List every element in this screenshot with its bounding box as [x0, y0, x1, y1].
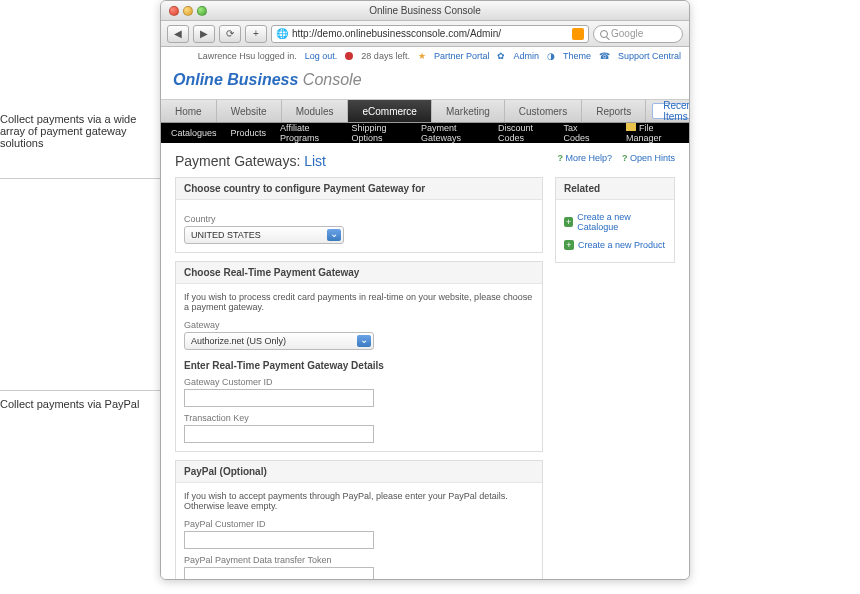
- related-create-product[interactable]: + Create a new Product: [564, 236, 666, 254]
- user-logged-in: Lawrence Hsu logged in.: [198, 51, 297, 61]
- gateway-label: Gateway: [184, 320, 534, 330]
- panel-country: Choose country to configure Payment Gate…: [175, 177, 543, 253]
- customer-id-input[interactable]: [184, 389, 374, 407]
- logout-link[interactable]: Log out.: [305, 51, 338, 61]
- plus-icon: +: [564, 217, 573, 227]
- search-icon: [600, 30, 608, 38]
- partner-portal-link[interactable]: Partner Portal: [434, 51, 490, 61]
- panel-header: Related: [556, 178, 674, 200]
- transaction-key-label: Transaction Key: [184, 413, 534, 423]
- more-help-link[interactable]: ? More Help?: [557, 153, 612, 163]
- search-placeholder: Google: [611, 28, 643, 39]
- transaction-key-input[interactable]: [184, 425, 374, 443]
- window-title: Online Business Console: [161, 5, 689, 16]
- tab-modules[interactable]: Modules: [282, 100, 349, 122]
- panel-gateway: Choose Real-Time Payment Gateway If you …: [175, 261, 543, 452]
- url-bar[interactable]: 🌐 http://demo.onlinebusinessconsole.com/…: [271, 25, 589, 43]
- annotation-paypal: Collect payments via PayPal: [0, 398, 155, 410]
- annotation-line: [0, 178, 185, 179]
- back-button[interactable]: ◀: [167, 25, 189, 43]
- theme-link[interactable]: Theme: [563, 51, 591, 61]
- details-header: Enter Real-Time Payment Gateway Details: [184, 360, 534, 371]
- recent-items-button[interactable]: Recent Items: [652, 103, 689, 119]
- tab-home[interactable]: Home: [161, 100, 217, 122]
- panel-header: Choose country to configure Payment Gate…: [176, 178, 542, 200]
- alert-icon: [345, 52, 353, 60]
- add-button[interactable]: +: [245, 25, 267, 43]
- subnav-products[interactable]: Products: [231, 128, 267, 138]
- tab-customers[interactable]: Customers: [505, 100, 582, 122]
- rss-icon[interactable]: [572, 28, 584, 40]
- folder-icon: [626, 123, 636, 131]
- browser-window: Online Business Console ◀ ▶ ⟳ + 🌐 http:/…: [160, 0, 690, 580]
- related-create-catalogue[interactable]: + Create a new Catalogue: [564, 208, 666, 236]
- list-link[interactable]: List: [304, 153, 326, 169]
- gateway-select[interactable]: Authorize.net (US Only): [184, 332, 374, 350]
- country-label: Country: [184, 214, 534, 224]
- main-nav: Home Website Modules eCommerce Marketing…: [161, 99, 689, 123]
- panel-header: PayPal (Optional): [176, 461, 542, 483]
- paypal-token-label: PayPal Payment Data transfer Token: [184, 555, 534, 565]
- annotation-gateways: Collect payments via a wide array of pay…: [0, 113, 155, 149]
- subnav-catalogues[interactable]: Catalogues: [171, 128, 217, 138]
- support-link[interactable]: Support Central: [618, 51, 681, 61]
- page-title: Payment Gateways: List: [175, 153, 557, 169]
- paypal-id-label: PayPal Customer ID: [184, 519, 534, 529]
- tab-ecommerce[interactable]: eCommerce: [348, 100, 431, 122]
- subnav-payment-gateways[interactable]: Payment Gateways: [421, 123, 484, 143]
- customer-id-label: Gateway Customer ID: [184, 377, 534, 387]
- reload-button[interactable]: ⟳: [219, 25, 241, 43]
- tab-marketing[interactable]: Marketing: [432, 100, 505, 122]
- file-manager-link[interactable]: File Manager: [626, 123, 679, 143]
- days-left: 28 days left.: [361, 51, 410, 61]
- subnav-tax[interactable]: Tax Codes: [564, 123, 598, 143]
- subnav-affiliate[interactable]: Affiliate Programs: [280, 123, 337, 143]
- window-titlebar: Online Business Console: [161, 1, 689, 21]
- site-logo: Online Business Console: [161, 65, 689, 99]
- subnav-shipping[interactable]: Shipping Options: [351, 123, 406, 143]
- panel-paypal: PayPal (Optional) If you wish to accept …: [175, 460, 543, 579]
- paypal-id-input[interactable]: [184, 531, 374, 549]
- plus-icon: +: [564, 240, 574, 250]
- tab-website[interactable]: Website: [217, 100, 282, 122]
- panel-related: Related + Create a new Catalogue + Creat…: [555, 177, 675, 263]
- url-text: http://demo.onlinebusinessconsole.com/Ad…: [292, 28, 501, 39]
- star-icon: ★: [418, 51, 426, 61]
- account-bar: Lawrence Hsu logged in. Log out. 28 days…: [161, 47, 689, 65]
- subnav-discount[interactable]: Discount Codes: [498, 123, 549, 143]
- gateway-intro: If you wish to process credit card payme…: [184, 292, 534, 312]
- paypal-token-input[interactable]: [184, 567, 374, 579]
- panel-header: Choose Real-Time Payment Gateway: [176, 262, 542, 284]
- theme-icon: ◑: [547, 51, 555, 61]
- open-hints-link[interactable]: ? Open Hints: [622, 153, 675, 163]
- tab-reports[interactable]: Reports: [582, 100, 646, 122]
- country-select[interactable]: UNITED STATES: [184, 226, 344, 244]
- forward-button[interactable]: ▶: [193, 25, 215, 43]
- gear-icon: ✿: [497, 51, 505, 61]
- browser-search[interactable]: Google: [593, 25, 683, 43]
- paypal-intro: If you wish to accept payments through P…: [184, 491, 534, 511]
- sub-nav: Catalogues Products Affiliate Programs S…: [161, 123, 689, 143]
- support-icon: ☎: [599, 51, 610, 61]
- admin-link[interactable]: Admin: [513, 51, 539, 61]
- browser-toolbar: ◀ ▶ ⟳ + 🌐 http://demo.onlinebusinesscons…: [161, 21, 689, 47]
- page-content[interactable]: Lawrence Hsu logged in. Log out. 28 days…: [161, 47, 689, 579]
